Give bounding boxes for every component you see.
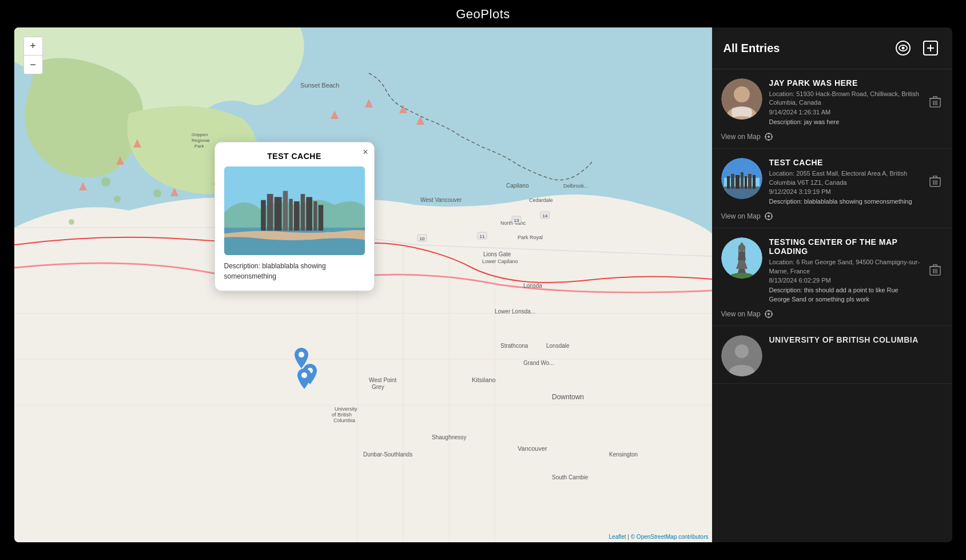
- entry-location-2: Location: 2055 East Mall, Electoral Area…: [769, 169, 920, 187]
- svg-text:West Point: West Point: [369, 377, 396, 383]
- entry-info-3: TESTING CENTER OF THE MAP LOADING Locati…: [769, 237, 920, 304]
- entry-location-3: Location: 6 Rue George Sand, 94500 Champ…: [769, 258, 920, 276]
- svg-text:Sunset Beach: Sunset Beach: [300, 82, 340, 89]
- svg-rect-67: [267, 194, 273, 231]
- entry-date-2: 9/12/2024 3:19:19 PM: [769, 188, 920, 195]
- svg-text:of British: of British: [332, 412, 352, 418]
- view-toggle-button[interactable]: [893, 38, 913, 58]
- svg-rect-104: [727, 176, 730, 189]
- add-entry-button[interactable]: [920, 38, 941, 58]
- entry-name-3: TESTING CENTER OF THE MAP LOADING: [769, 237, 920, 256]
- svg-rect-72: [300, 194, 304, 231]
- leaflet-link[interactable]: Leaflet: [609, 534, 626, 540]
- plus-square-icon: [923, 40, 939, 56]
- entry-card-top: JAY PARK WAS HERE Location: 51930 Hack-B…: [721, 78, 943, 126]
- svg-text:South Cambie: South Cambie: [552, 474, 589, 480]
- view-on-map-1-label: View on Map: [721, 133, 761, 141]
- svg-text:Lower Capilano: Lower Capilano: [482, 259, 518, 264]
- svg-text:Grey: Grey: [372, 384, 384, 390]
- svg-text:Lonsda: Lonsda: [523, 283, 542, 289]
- entry-card-top-4: UNIVERSITY OF BRITISH COLUMBIA: [721, 335, 943, 376]
- entry-footer-1[interactable]: View on Map: [721, 132, 943, 141]
- sidebar: All Entries: [712, 27, 952, 542]
- delete-entry-2-button[interactable]: [927, 173, 943, 192]
- delete-entry-1-button[interactable]: [927, 93, 943, 112]
- entry-location-1: Location: 51930 Hack-Brown Road, Chilliw…: [769, 90, 920, 108]
- map-popup: × TEST CACHE: [214, 142, 375, 291]
- svg-rect-107: [741, 172, 744, 189]
- entry-card-3: TESTING CENTER OF THE MAP LOADING Locati…: [712, 228, 952, 326]
- trash-icon-3: [929, 264, 941, 276]
- svg-text:14: 14: [542, 213, 547, 219]
- entry-thumbnail-3: [721, 237, 762, 279]
- svg-point-134: [768, 313, 770, 315]
- svg-text:Park Royal: Park Royal: [518, 235, 543, 240]
- svg-point-4: [460, 113, 552, 170]
- zoom-in-button[interactable]: +: [24, 37, 42, 55]
- svg-text:Shaughnessy: Shaughnessy: [432, 434, 467, 440]
- svg-point-5: [101, 177, 110, 186]
- entry-desc-1: Description: jay was here: [769, 118, 920, 126]
- svg-rect-105: [731, 174, 734, 189]
- entry-info-2: TEST CACHE Location: 2055 East Mall, Ele…: [769, 158, 920, 206]
- svg-rect-68: [274, 197, 281, 231]
- entry-desc-2: Description: blablablabla showing someon…: [769, 197, 920, 206]
- svg-text:Kensington: Kensington: [609, 451, 638, 458]
- svg-point-118: [768, 215, 770, 217]
- svg-text:Lower Lonsda...: Lower Lonsda...: [495, 308, 535, 315]
- svg-text:Downtown: Downtown: [552, 393, 584, 401]
- svg-text:West Vancouver: West Vancouver: [420, 197, 462, 203]
- svg-text:13: 13: [514, 218, 519, 223]
- svg-text:Delbrook...: Delbrook...: [563, 183, 589, 189]
- popup-description: Description: blablablabla showing someon…: [224, 261, 365, 281]
- zoom-out-button[interactable]: −: [24, 55, 42, 74]
- svg-rect-66: [261, 200, 266, 231]
- map-marker-3[interactable]: [297, 368, 311, 389]
- entry-card-top-3: TESTING CENTER OF THE MAP LOADING Locati…: [721, 237, 943, 304]
- entry-footer-3[interactable]: View on Map: [721, 309, 943, 319]
- svg-rect-69: [283, 191, 288, 231]
- entry-thumbnail-2: [721, 158, 762, 199]
- svg-point-79: [299, 352, 304, 358]
- entry-desc-3: Description: this should add a point to …: [769, 286, 920, 304]
- view-on-map-1-button[interactable]: View on Map: [721, 132, 773, 141]
- main-container: Sunset Beach West Vancouver Capilano Nor…: [14, 27, 952, 542]
- svg-text:Kitsilano: Kitsilano: [472, 376, 496, 383]
- svg-text:11: 11: [479, 234, 484, 239]
- svg-text:Grand Wo...: Grand Wo...: [523, 360, 554, 366]
- view-on-map-3-button[interactable]: View on Map: [721, 309, 773, 319]
- map-attribution: Leaflet | © OpenStreetMap contributors: [609, 534, 709, 540]
- popup-image: [224, 166, 365, 255]
- entries-list: JAY PARK WAS HERE Location: 51930 Hack-B…: [712, 69, 952, 542]
- entry-info-1: JAY PARK WAS HERE Location: 51930 Hack-B…: [769, 78, 920, 126]
- crosshair-icon-2: [764, 212, 773, 221]
- view-on-map-2-label: View on Map: [721, 212, 761, 220]
- osm-link[interactable]: © OpenStreetMap contributors: [631, 534, 709, 540]
- entry-card-top-2: TEST CACHE Location: 2055 East Mall, Ele…: [721, 158, 943, 206]
- entry-thumbnail-4: [721, 335, 762, 376]
- svg-text:Strathcona: Strathcona: [500, 343, 528, 349]
- svg-text:Lions Gate: Lions Gate: [483, 251, 511, 257]
- svg-text:Lonsdale: Lonsdale: [546, 343, 570, 349]
- svg-text:Regional: Regional: [192, 138, 210, 143]
- svg-text:Vancouver: Vancouver: [518, 445, 547, 452]
- entry-thumbnail-1: [721, 78, 762, 120]
- app-title: GeoPlots: [456, 0, 510, 27]
- svg-rect-110: [753, 175, 756, 189]
- view-on-map-2-button[interactable]: View on Map: [721, 212, 773, 221]
- svg-rect-75: [318, 205, 323, 231]
- entry-date-3: 8/13/2024 6:02:29 PM: [769, 277, 920, 284]
- svg-rect-71: [293, 201, 299, 231]
- entry-footer-2[interactable]: View on Map: [721, 212, 943, 221]
- svg-point-89: [734, 86, 750, 102]
- eye-circle-icon: [895, 40, 911, 56]
- delete-entry-3-button[interactable]: [927, 261, 943, 280]
- svg-rect-73: [306, 197, 312, 231]
- svg-rect-106: [736, 175, 740, 189]
- svg-point-81: [301, 372, 307, 378]
- popup-close-button[interactable]: ×: [363, 147, 368, 157]
- svg-point-84: [901, 47, 904, 50]
- svg-rect-70: [289, 199, 292, 231]
- sidebar-actions: [893, 38, 941, 58]
- map-area: Sunset Beach West Vancouver Capilano Nor…: [14, 27, 712, 542]
